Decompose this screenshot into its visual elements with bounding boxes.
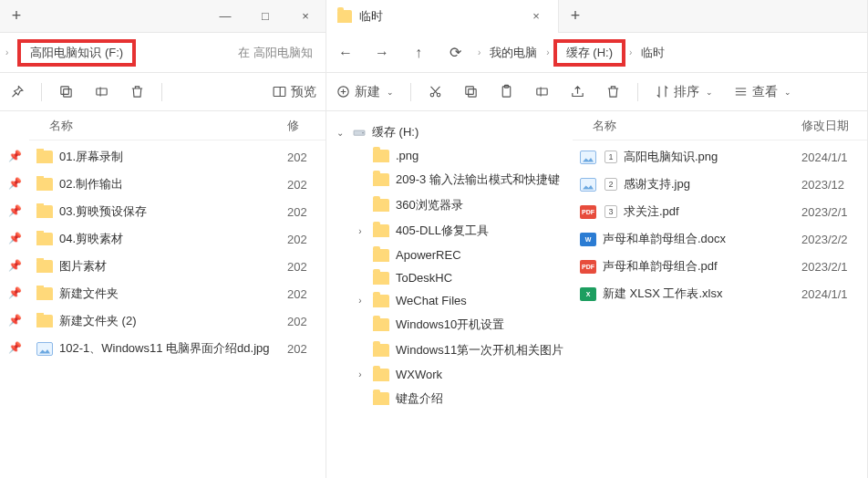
list-item[interactable]: 02.制作输出 202 <box>29 171 326 198</box>
file-mod: 202 <box>287 151 326 164</box>
up-button[interactable]: ↑ <box>405 39 432 67</box>
file-name: 高阳电脑知识.png <box>624 149 718 165</box>
breadcrumb-drive[interactable]: 缓存 (H:) <box>553 39 625 67</box>
list-item[interactable]: 图片素材 202 <box>29 253 326 280</box>
list-item[interactable]: 01.屏幕录制 202 <box>29 143 326 171</box>
list-item[interactable]: 04.剪映素材 202 <box>29 225 326 253</box>
file-mod: 2023/2/2 <box>801 233 867 246</box>
pin-icon[interactable]: 📌 <box>8 259 22 272</box>
svg-rect-1 <box>61 87 69 95</box>
list-item[interactable]: PDF3求关注.pdf 2023/2/1 <box>573 198 867 225</box>
collapse-icon[interactable]: ⌄ <box>334 128 346 138</box>
pin-icon[interactable]: 📌 <box>8 286 22 299</box>
copy-icon[interactable] <box>55 84 78 99</box>
tree-item[interactable]: Windows11第一次开机相关图片 <box>332 338 567 363</box>
column-header: 名称 修 <box>29 111 326 140</box>
tree-item[interactable]: ApowerREC <box>332 244 567 266</box>
new-button[interactable]: 新建 ⌄ <box>332 84 398 100</box>
tree-item-label: WXWork <box>396 368 442 381</box>
new-tab-button[interactable]: + <box>559 6 592 26</box>
tree-item[interactable]: › WXWork <box>332 363 567 386</box>
file-mod: 202 <box>287 260 326 274</box>
minimize-button[interactable]: — <box>205 0 245 33</box>
file-pane: 名称 修改日期 1高阳电脑知识.png 2024/1/1 2感谢支持.jpg 2… <box>573 111 867 478</box>
word-icon: W <box>580 233 596 246</box>
list-item[interactable]: 新建文件夹 (2) 202 <box>29 307 326 335</box>
pin-icon[interactable]: 📌 <box>8 177 22 190</box>
paste-icon[interactable] <box>495 84 518 99</box>
breadcrumb-folder[interactable]: 临时 <box>636 42 670 64</box>
delete-icon[interactable] <box>602 84 625 99</box>
file-name: 求关注.pdf <box>624 203 679 220</box>
tree-item-label: .png <box>396 149 418 162</box>
pin-icon[interactable] <box>5 84 28 99</box>
close-button[interactable]: × <box>285 0 326 33</box>
copy-icon[interactable] <box>460 84 482 99</box>
tab[interactable]: 临时 × <box>326 0 559 33</box>
share-icon[interactable] <box>566 84 589 99</box>
window-controls: — □ × <box>205 0 326 33</box>
pin-icon[interactable]: 📌 <box>8 232 22 244</box>
sort-button[interactable]: 排序 ⌄ <box>651 84 717 100</box>
refresh-button[interactable]: ⟳ <box>441 39 469 67</box>
list-item[interactable]: 03.剪映预设保存 202 <box>29 198 326 225</box>
file-name: 新建文件夹 (2) <box>59 313 137 329</box>
col-mod[interactable]: 修改日期 <box>801 118 867 134</box>
list-item[interactable]: 102-1、Windows11 电脑界面介绍dd.jpg 202 <box>29 335 326 362</box>
list-item[interactable]: W声母和单韵母组合.docx 2023/2/2 <box>573 225 867 253</box>
forward-button[interactable]: → <box>368 39 396 67</box>
pin-icon[interactable]: 📌 <box>8 204 22 217</box>
tree-item[interactable]: 360浏览器录 <box>332 192 567 218</box>
tree-item[interactable]: 键盘介绍 <box>332 386 567 411</box>
expand-icon[interactable]: › <box>354 226 367 236</box>
view-button[interactable]: 查看 ⌄ <box>729 84 795 100</box>
folder-icon <box>373 318 389 331</box>
tree-item[interactable]: 209-3 输入法输出模式和快捷键 <box>332 167 567 192</box>
tree-root[interactable]: ⌄ 缓存 (H:) <box>332 120 567 144</box>
tree-item[interactable]: Windows10开机设置 <box>332 312 567 338</box>
folder-icon <box>373 344 389 357</box>
tree-item-label: WeChat Files <box>396 294 467 307</box>
tree-item[interactable]: › WeChat Files <box>332 289 567 312</box>
preview-button[interactable]: 预览 <box>268 84 320 100</box>
pin-icon[interactable]: 📌 <box>8 150 22 162</box>
rename-icon[interactable] <box>531 84 553 99</box>
file-mod: 202 <box>287 178 326 192</box>
file-mod: 2023/2/1 <box>801 260 867 274</box>
expand-icon[interactable]: › <box>354 296 367 306</box>
col-mod[interactable]: 修 <box>287 118 326 134</box>
back-button[interactable]: ← <box>332 39 359 67</box>
col-name[interactable]: 名称 <box>573 118 801 134</box>
tab-bar: + — □ × <box>0 0 326 33</box>
folder-icon <box>373 392 389 405</box>
tab-close-button[interactable]: × <box>525 9 547 23</box>
breadcrumb-drive[interactable]: 高阳电脑知识 (F:) <box>17 39 136 67</box>
left-window: + — □ × › 高阳电脑知识 (F:) 在 高阳电脑知 预览 📌 📌 📌 📌 <box>0 0 326 478</box>
pin-icon[interactable]: 📌 <box>8 341 22 354</box>
tree-item[interactable]: › 405-DLL修复工具 <box>332 218 567 244</box>
delete-icon[interactable] <box>126 84 149 99</box>
folder-icon <box>36 260 53 273</box>
image-icon <box>36 342 53 356</box>
expand-icon[interactable]: › <box>354 369 367 379</box>
maximize-button[interactable]: □ <box>245 0 285 33</box>
search-input[interactable]: 在 高阳电脑知 <box>231 45 320 61</box>
breadcrumb-computer[interactable]: 我的电脑 <box>484 42 542 64</box>
folder-icon <box>373 224 389 237</box>
new-tab-button[interactable]: + <box>0 6 33 26</box>
list-item[interactable]: 新建文件夹 202 <box>29 280 326 307</box>
tree-item[interactable]: ToDeskHC <box>332 266 567 289</box>
excel-icon: X <box>580 287 596 301</box>
col-name[interactable]: 名称 <box>29 118 287 134</box>
pin-icon[interactable]: 📌 <box>8 314 22 327</box>
list-item[interactable]: 2感谢支持.jpg 2023/12 <box>573 171 867 198</box>
list-item[interactable]: PDF声母和单韵母组合.pdf 2023/2/1 <box>573 253 867 280</box>
file-name: 02.制作输出 <box>59 176 123 192</box>
content-area: 📌 📌 📌 📌 📌 📌 📌 📌 名称 修 01.屏幕录制 202 02.制作输出… <box>0 111 326 478</box>
tree-item[interactable]: .png <box>332 144 567 167</box>
cut-icon[interactable] <box>424 84 447 99</box>
list-item[interactable]: 1高阳电脑知识.png 2024/1/1 <box>573 143 867 171</box>
rename-icon[interactable] <box>90 84 113 99</box>
list-item[interactable]: X新建 XLSX 工作表.xlsx 2024/1/1 <box>573 280 867 307</box>
nav-bar: › 高阳电脑知识 (F:) 在 高阳电脑知 <box>0 33 326 73</box>
